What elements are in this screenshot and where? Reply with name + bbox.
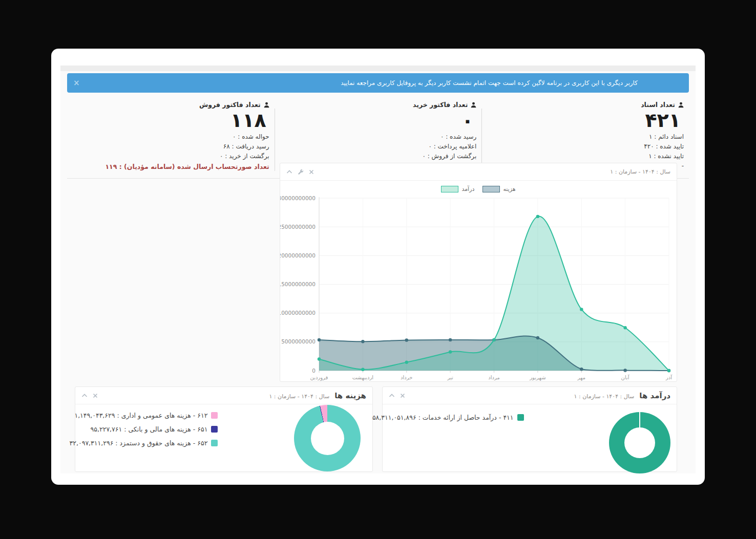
panel-header: هزینه ها سال : ۱۴۰۴ - سازمان : ۱ [75, 387, 372, 404]
expenses-panel: هزینه ها سال : ۱۴۰۴ - سازمان : ۱ ۶۱۲ - ه… [75, 386, 373, 472]
revenues-panel: درآمد ها سال : ۱۴۰۴ - سازمان : ۱ ۴۱۱ - د… [382, 386, 677, 472]
svg-text:مهر: مهر [577, 375, 585, 381]
svg-text:مرداد: مرداد [488, 375, 500, 380]
legend-swatch [517, 414, 524, 421]
close-icon[interactable] [309, 169, 314, 175]
stat-detail: رسید دریافت : ۶۸ [67, 142, 269, 152]
legend-item-income[interactable]: درآمد [441, 186, 474, 192]
collapse-icon[interactable] [81, 393, 88, 398]
user-icon [678, 102, 684, 108]
legend-swatch [211, 440, 218, 446]
stat-detail: رسید شده : ۰ [275, 132, 477, 142]
panel-meta: سال : ۱۴۰۴ - سازمان : ۱ [610, 168, 670, 175]
session-alert-banner: × کاربر دیگری با این کاربری در برنامه لا… [67, 73, 689, 93]
svg-text:0: 0 [312, 368, 316, 374]
stat-card-purchase-invoices: تعداد فاکتور خرید ۰ رسید شده : ۰ اعلامیه… [275, 101, 482, 172]
panel-header: درآمد ها سال : ۱۴۰۴ - سازمان : ۱ [383, 387, 677, 404]
legend-item[interactable]: ۶۵۲ - هزینه های حقوق و دستمزد : ۳۲,۰۹۷,۳… [70, 436, 218, 450]
svg-text:آذر: آذر [665, 374, 673, 380]
stat-value: ۴۲۱ [482, 110, 684, 132]
panel-meta: سال : ۱۴۰۴ - سازمان : ۱ [269, 393, 329, 400]
close-icon[interactable] [93, 393, 98, 398]
donut-hole [311, 422, 344, 455]
stat-title-label: تعداد اسناد [641, 101, 675, 109]
user-icon [471, 102, 476, 108]
stat-title: تعداد فاکتور فروش [67, 101, 269, 109]
stat-detail: اسناد دائم : ۱ [482, 132, 684, 142]
chart-legend: هزینه درآمد [280, 182, 677, 196]
svg-text:خرداد: خرداد [401, 375, 412, 380]
panel-header: سال : ۱۴۰۴ - سازمان : ۱ [280, 163, 677, 181]
legend-label: درآمد [461, 186, 474, 192]
panel-title: درآمد ها [639, 391, 670, 400]
expenses-legend: ۶۱۲ - هزینه های عمومی و اداری : ۱,۱۴۹,۰۴… [70, 408, 218, 450]
collapse-icon[interactable] [286, 169, 292, 174]
legend-swatch [211, 426, 218, 433]
close-icon[interactable] [400, 393, 405, 398]
stat-detail: اعلامیه پرداخت : ۰ [275, 142, 477, 152]
panel-meta: سال : ۱۴۰۴ - سازمان : ۱ [574, 393, 635, 400]
user-icon [264, 102, 269, 108]
legend-swatch [441, 186, 458, 192]
panel-title: هزینه ها [334, 391, 366, 400]
panel-body: ۶۱۲ - هزینه های عمومی و اداری : ۱,۱۴۹,۰۴… [75, 404, 372, 471]
svg-text:25000000000: 25000000000 [280, 224, 316, 230]
legend-item[interactable]: ۴۱۱ - درآمد حاصل از ارائه خدمات : ۵۸,۳۱۱… [372, 411, 524, 424]
svg-text:10000000000: 10000000000 [280, 310, 316, 316]
moadian-invoices-count: تعداد صورتحساب ارسال شده (سامانه مؤدیان)… [67, 162, 269, 172]
panel-body: ۴۱۱ - درآمد حاصل از ارائه خدمات : ۵۸,۳۱۱… [383, 404, 677, 471]
close-icon[interactable]: × [73, 73, 80, 93]
legend-label: ۴۱۱ - درآمد حاصل از ارائه خدمات : ۵۸,۳۱۱… [372, 414, 514, 421]
svg-text:30000000000: 30000000000 [280, 196, 316, 201]
legend-item[interactable]: ۶۵۱ - هزینه های مالی و بانکی : ۹۵,۲۲۷,۷۶… [70, 422, 218, 436]
app-window: × کاربر دیگری با این کاربری در برنامه لا… [51, 49, 705, 485]
legend-label: ۶۵۱ - هزینه های مالی و بانکی : ۹۵,۲۲۷,۷۶… [91, 425, 208, 433]
income-expense-chart-panel: سال : ۱۴۰۴ - سازمان : ۱ هزینه درآمد [280, 163, 677, 382]
svg-text:فروردین: فروردین [310, 375, 328, 381]
stat-title: تعداد فاکتور خرید [275, 101, 477, 109]
income-expense-line-chart: 0500000000010000000000150000000002000000… [280, 196, 677, 382]
legend-label: ۶۱۲ - هزینه های عمومی و اداری : ۱,۱۴۹,۰۴… [74, 412, 207, 419]
svg-text:5000000000: 5000000000 [281, 338, 316, 344]
legend-swatch [482, 186, 500, 192]
stat-detail: برگشت از فروش : ۰ [275, 152, 477, 161]
stat-title-label: تعداد فاکتور فروش [199, 101, 261, 109]
legend-swatch [211, 412, 218, 419]
stat-detail: حواله شده : ۰ [67, 132, 269, 142]
alert-message: کاربر دیگری با این کاربری در برنامه لاگی… [341, 79, 638, 87]
stat-detail: تایید نشده : ۱ [482, 152, 684, 161]
top-toolbar [60, 66, 696, 71]
stat-card-documents: تعداد اسناد ۴۲۱ اسناد دائم : ۱ تایید شده… [481, 101, 689, 172]
desktop-background: × کاربر دیگری با این کاربری در برنامه لا… [0, 0, 756, 539]
expenses-donut-chart [294, 405, 361, 471]
svg-text:شهریور: شهریور [529, 375, 545, 381]
legend-label: ۶۵۲ - هزینه های حقوق و دستمزد : ۳۲,۰۹۷,۳… [70, 439, 208, 447]
stat-title-label: تعداد فاکتور خرید [413, 101, 468, 109]
page-content: × کاربر دیگری با این کاربری در برنامه لا… [60, 71, 696, 473]
legend-item[interactable]: ۶۱۲ - هزینه های عمومی و اداری : ۱,۱۴۹,۰۴… [70, 408, 218, 422]
stat-title: تعداد اسناد [481, 101, 684, 109]
svg-text:آبان: آبان [621, 374, 630, 380]
revenues-donut-chart [609, 412, 670, 473]
stat-card-sales-invoices: تعداد فاکتور فروش ۱۱۸ حواله شده : ۰ رسید… [67, 101, 275, 172]
chart-area: 0500000000010000000000150000000002000000… [280, 196, 677, 384]
stat-value: ۰ [275, 110, 477, 132]
legend-label: هزینه [503, 186, 515, 192]
stat-value: ۱۱۸ [67, 110, 269, 132]
donut-hole [624, 427, 655, 458]
stat-detail: تایید شده : ۴۲۰ [482, 142, 684, 152]
wrench-icon[interactable] [298, 169, 304, 175]
legend-item-expense[interactable]: هزینه [482, 186, 515, 192]
stat-detail: برگشت از خرید : ۰ [67, 152, 269, 161]
collapse-icon[interactable] [389, 393, 395, 398]
revenues-legend: ۴۱۱ - درآمد حاصل از ارائه خدمات : ۵۸,۳۱۱… [372, 411, 524, 424]
svg-text:اردیبهشت: اردیبهشت [352, 375, 373, 381]
svg-text:تیر: تیر [447, 375, 453, 380]
svg-text:15000000000: 15000000000 [280, 281, 316, 287]
svg-text:20000000000: 20000000000 [280, 252, 316, 258]
slice-divider [639, 412, 640, 428]
